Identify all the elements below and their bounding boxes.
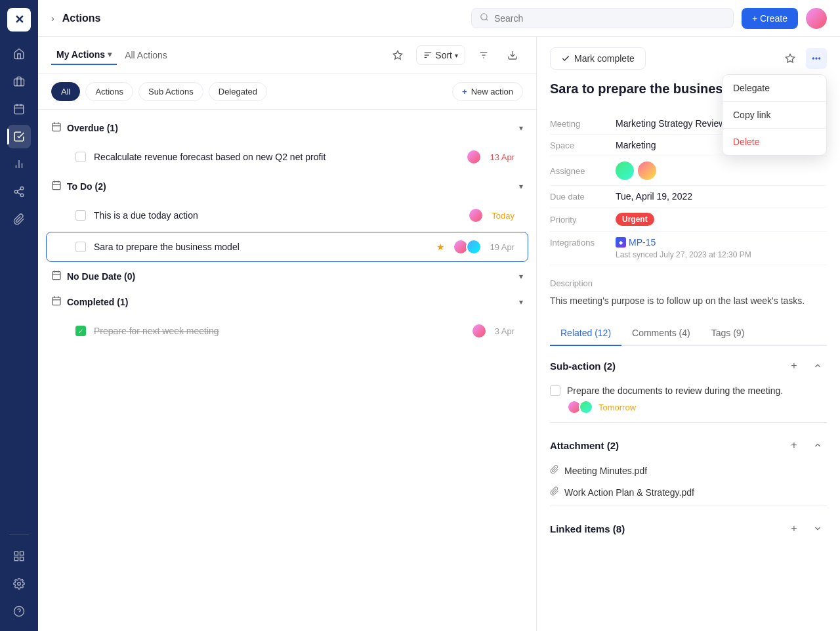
chevron-down-icon: ▾ bbox=[108, 50, 112, 59]
detail-star-button[interactable] bbox=[780, 48, 801, 69]
group-no-due-date[interactable]: No Due Date (0) ▾ bbox=[38, 263, 536, 289]
sidebar: ✕ bbox=[0, 0, 38, 631]
attachment-name: Meeting Minutes.pdf bbox=[564, 466, 647, 476]
content-area: My Actions ▾ All Actions Sort ▾ bbox=[38, 37, 840, 631]
search-input[interactable] bbox=[494, 13, 725, 24]
meta-priority: Priority Urgent bbox=[550, 207, 827, 232]
detail-tab-comments[interactable]: Comments (4) bbox=[621, 321, 701, 346]
svg-point-8 bbox=[20, 187, 24, 190]
filter-tabs: All Actions Sub Actions Delegated + New … bbox=[38, 74, 536, 110]
add-linked-item-button[interactable]: + bbox=[785, 519, 803, 538]
sort-button[interactable]: Sort ▾ bbox=[416, 45, 465, 65]
chevron-up-icon: ▾ bbox=[519, 182, 523, 191]
sidebar-item-actions[interactable] bbox=[7, 125, 31, 148]
tab-my-actions[interactable]: My Actions ▾ bbox=[51, 45, 117, 65]
dropdown-menu: Delegate Copy link Delete bbox=[722, 74, 827, 156]
meta-integrations: Integrations ◆ MP-15 Last synced July 27… bbox=[550, 232, 827, 265]
action-title: Sara to prepare the business model bbox=[94, 242, 429, 252]
action-checkbox[interactable] bbox=[75, 152, 86, 162]
filter-button[interactable] bbox=[473, 45, 494, 66]
avatar bbox=[471, 323, 487, 339]
action-checkbox-checked[interactable]: ✓ bbox=[75, 326, 86, 336]
app-logo[interactable]: ✕ bbox=[7, 8, 31, 32]
linked-items-title: Linked items (8) bbox=[550, 523, 625, 534]
attachment-section-header: Attachment (2) + bbox=[550, 425, 827, 460]
create-button[interactable]: + Create bbox=[742, 8, 798, 29]
mark-complete-button[interactable]: Mark complete bbox=[550, 47, 646, 70]
attachment-item[interactable]: Meeting Minutes.pdf bbox=[550, 460, 827, 481]
sub-action-checkbox[interactable] bbox=[550, 385, 560, 396]
svg-rect-34 bbox=[52, 182, 60, 190]
action-title: Recalculate revenue forecast based on ne… bbox=[94, 152, 458, 162]
add-attachment-button[interactable]: + bbox=[785, 436, 803, 454]
tab-all-actions[interactable]: All Actions bbox=[119, 46, 173, 64]
star-button[interactable] bbox=[387, 45, 408, 66]
svg-rect-16 bbox=[14, 557, 18, 561]
calendar-icon bbox=[51, 180, 62, 192]
calendar-icon bbox=[51, 270, 62, 282]
breadcrumb-chevron[interactable]: › bbox=[51, 13, 54, 24]
sort-chevron-icon: ▾ bbox=[455, 52, 458, 59]
action-checkbox[interactable] bbox=[75, 242, 86, 252]
collapse-linked-items-button[interactable] bbox=[808, 519, 827, 538]
group-completed[interactable]: Completed (1) ▾ bbox=[38, 289, 536, 315]
download-button[interactable] bbox=[502, 45, 523, 66]
sidebar-item-attachments[interactable] bbox=[7, 207, 31, 231]
user-avatar[interactable] bbox=[806, 8, 827, 29]
svg-rect-15 bbox=[20, 557, 24, 561]
filter-tab-sub-actions[interactable]: Sub Actions bbox=[138, 82, 203, 101]
action-avatars bbox=[471, 323, 487, 339]
more-options-button[interactable] bbox=[806, 48, 827, 69]
sidebar-item-calendar[interactable] bbox=[7, 97, 31, 121]
filter-tab-delegated[interactable]: Delegated bbox=[209, 82, 267, 101]
svg-line-11 bbox=[17, 192, 20, 194]
topbar: › Actions + Create bbox=[38, 0, 840, 37]
group-todo[interactable]: To Do (2) ▾ bbox=[38, 173, 536, 199]
page-title: Actions bbox=[62, 12, 101, 24]
action-date: Today bbox=[492, 211, 514, 221]
action-date: 13 Apr bbox=[490, 152, 514, 162]
sidebar-item-integrations[interactable] bbox=[7, 180, 31, 204]
action-item[interactable]: Recalculate revenue forecast based on ne… bbox=[46, 142, 528, 172]
detail-tabs: Related (12) Comments (4) Tags (9) bbox=[550, 321, 827, 346]
detail-tab-tags[interactable]: Tags (9) bbox=[701, 321, 755, 346]
sidebar-item-analytics[interactable] bbox=[7, 152, 31, 176]
svg-rect-0 bbox=[14, 79, 24, 86]
filter-tab-all[interactable]: All bbox=[51, 82, 80, 101]
group-overdue-label: Overdue (1) bbox=[67, 123, 118, 133]
action-item-selected[interactable]: Sara to prepare the business model ★ 19 … bbox=[46, 232, 528, 262]
calendar-icon bbox=[51, 121, 62, 134]
collapse-attachment-button[interactable] bbox=[808, 436, 827, 454]
dropdown-item-copy-link[interactable]: Copy link bbox=[723, 102, 826, 128]
integration-link[interactable]: ◆ MP-15 bbox=[616, 237, 656, 248]
filter-tab-actions[interactable]: Actions bbox=[85, 82, 133, 101]
paperclip-icon bbox=[550, 465, 559, 476]
new-action-button[interactable]: + New action bbox=[452, 82, 523, 101]
svg-rect-1 bbox=[14, 105, 24, 114]
dropdown-item-delegate[interactable]: Delegate bbox=[723, 75, 826, 101]
action-title-completed: Prepare for next week meeting bbox=[94, 326, 463, 336]
action-item[interactable]: This is a due today action Today bbox=[46, 200, 528, 230]
sub-avatar bbox=[579, 400, 593, 414]
action-item[interactable]: ✓ Prepare for next week meeting 3 Apr bbox=[46, 316, 528, 346]
sidebar-item-settings[interactable] bbox=[7, 572, 31, 596]
star-filled-icon: ★ bbox=[436, 242, 445, 252]
group-overdue[interactable]: Overdue (1) ▾ bbox=[38, 115, 536, 141]
sub-action-avatars bbox=[567, 400, 593, 414]
action-checkbox[interactable] bbox=[75, 210, 86, 221]
add-sub-action-button[interactable]: + bbox=[785, 357, 803, 375]
sidebar-item-grid[interactable] bbox=[7, 544, 31, 568]
sidebar-item-help[interactable] bbox=[7, 599, 31, 623]
collapse-sub-action-button[interactable] bbox=[808, 357, 827, 375]
dropdown-item-delete[interactable]: Delete bbox=[723, 129, 826, 155]
sidebar-item-home[interactable] bbox=[7, 42, 31, 66]
actions-list: Overdue (1) ▾ Recalculate revenue foreca… bbox=[38, 110, 536, 631]
attachment-title: Attachment (2) bbox=[550, 440, 619, 451]
sidebar-item-briefcase[interactable] bbox=[7, 70, 31, 93]
search-container bbox=[471, 8, 734, 28]
priority-badge: Urgent bbox=[616, 213, 654, 226]
section-divider bbox=[550, 506, 827, 506]
attachment-item[interactable]: Work Action Plan & Strategy.pdf bbox=[550, 481, 827, 503]
action-avatars bbox=[453, 239, 482, 255]
detail-tab-related[interactable]: Related (12) bbox=[550, 321, 621, 346]
